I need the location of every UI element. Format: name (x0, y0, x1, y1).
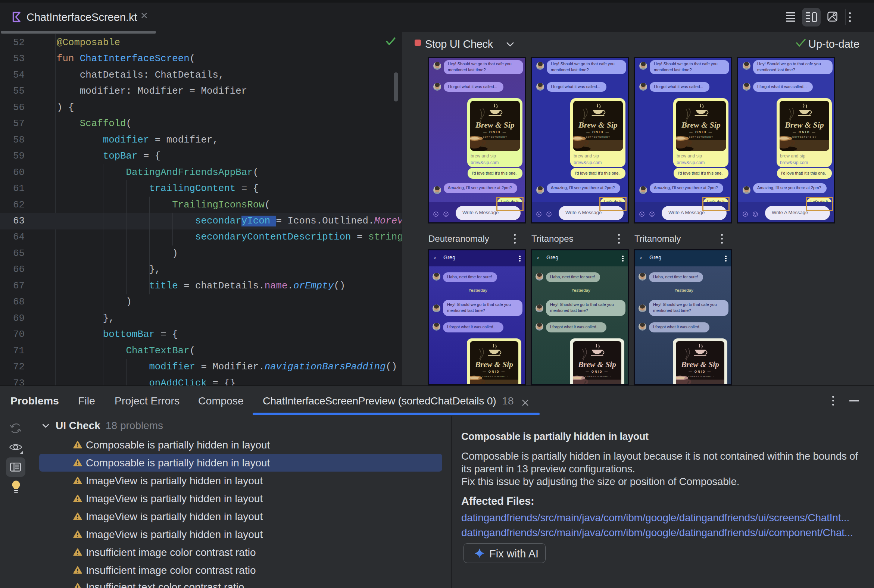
svg-text:· COFFEETCHSIDY ·: · COFFEETCHSIDY · (481, 136, 510, 138)
svg-text:Brew & Sip: Brew & Sip (681, 120, 720, 129)
svg-text:— ONID —: — ONID — (586, 130, 610, 134)
svg-text:— ONID —: — ONID — (483, 130, 506, 134)
svg-text:Brew & Sip: Brew & Sip (681, 360, 719, 369)
svg-text:Brew & Sip: Brew & Sip (475, 120, 514, 129)
svg-text:· COFFEETCHSIDY ·: · COFFEETCHSIDY · (687, 136, 716, 138)
svg-text:· COFFEETCHSIDY ·: · COFFEETCHSIDY · (584, 136, 613, 138)
svg-text:Brew & Sip: Brew & Sip (578, 360, 616, 369)
svg-text:— ONID —: — ONID — (586, 370, 608, 374)
svg-text:Brew & Sip: Brew & Sip (578, 120, 617, 129)
svg-text:— ONID —: — ONID — (689, 130, 712, 134)
svg-text:· COFFEETCHSIDY ·: · COFFEETCHSIDY · (686, 375, 714, 378)
svg-text:Brew & Sip: Brew & Sip (784, 120, 824, 129)
svg-text:Brew & Sip: Brew & Sip (475, 360, 513, 369)
svg-text:· COFFEETCHSIDY ·: · COFFEETCHSIDY · (480, 375, 508, 378)
svg-text:— ONID —: — ONID — (689, 370, 711, 374)
svg-text:— ONID —: — ONID — (482, 370, 505, 374)
svg-text:— ONID —: — ONID — (793, 130, 816, 134)
svg-text:· COFFEETCHSIDY ·: · COFFEETCHSIDY · (583, 375, 611, 378)
svg-text:· COFFEETCHSIDY ·: · COFFEETCHSIDY · (790, 136, 819, 138)
